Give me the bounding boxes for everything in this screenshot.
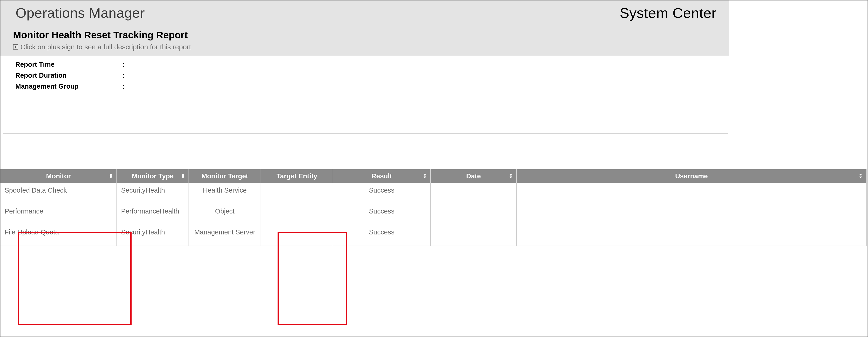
app-name-left: Operations Manager (16, 5, 145, 21)
cell-monitor: Spoofed Data Check (0, 183, 117, 204)
col-header-label: Date (466, 172, 481, 180)
cell-monitor-target: Management Server (189, 225, 261, 246)
sort-icon[interactable]: ⇕ (508, 173, 513, 179)
cell-result: Success (333, 204, 431, 225)
cell-username (517, 225, 866, 246)
col-header-date[interactable]: Date ⇕ (431, 169, 517, 183)
report-description-row: + Click on plus sign to see a full descr… (13, 43, 721, 51)
app-name-right: System Center (620, 5, 716, 21)
cell-monitor-type: SecurityHealth (117, 183, 189, 204)
meta-colon: : (122, 83, 127, 90)
report-title: Monitor Health Reset Tracking Report (13, 30, 721, 41)
col-header-monitor[interactable]: Monitor ⇕ (0, 169, 117, 183)
table-header-row: Monitor ⇕ Monitor Type ⇕ Monitor Target … (0, 169, 866, 183)
col-header-label: Username (675, 172, 708, 180)
meta-row-report-duration: Report Duration : (16, 72, 852, 79)
divider (3, 133, 728, 134)
col-header-username[interactable]: Username ⇕ (517, 169, 866, 183)
meta-colon: : (122, 72, 127, 79)
cell-monitor: Performance (0, 204, 117, 225)
cell-target-entity (261, 204, 333, 225)
cell-date (431, 225, 517, 246)
table-row: Spoofed Data Check SecurityHealth Health… (0, 183, 866, 204)
banner-sub: Monitor Health Reset Tracking Report + C… (0, 23, 729, 56)
meta-row-mgmt-group: Management Group : (16, 83, 852, 90)
sort-icon[interactable]: ⇕ (858, 173, 863, 179)
sort-icon[interactable]: ⇕ (181, 173, 185, 179)
col-header-label: Monitor Type (132, 172, 174, 180)
cell-monitor-target: Object (189, 204, 261, 225)
cell-username (517, 183, 866, 204)
cell-result: Success (333, 183, 431, 204)
cell-result: Success (333, 225, 431, 246)
meta-colon: : (122, 61, 127, 68)
col-header-label: Monitor (46, 172, 71, 180)
col-header-label: Result (371, 172, 392, 180)
cell-target-entity (261, 225, 333, 246)
meta-row-report-time: Report Time : (16, 61, 852, 68)
sort-icon[interactable]: ⇕ (108, 173, 113, 179)
sort-icon[interactable]: ⇕ (423, 173, 427, 179)
meta-label-mgmt-group: Management Group (16, 83, 122, 90)
col-header-monitor-target[interactable]: Monitor Target (189, 169, 261, 183)
col-header-monitor-type[interactable]: Monitor Type ⇕ (117, 169, 189, 183)
col-header-result[interactable]: Result ⇕ (333, 169, 431, 183)
cell-monitor: File Upload Quota (0, 225, 117, 246)
expand-plus-icon[interactable]: + (13, 44, 18, 50)
col-header-label: Target Entity (276, 172, 317, 180)
cell-date (431, 204, 517, 225)
data-table: Monitor ⇕ Monitor Type ⇕ Monitor Target … (0, 169, 867, 246)
col-header-label: Monitor Target (202, 172, 248, 180)
meta-label-report-duration: Report Duration (16, 72, 122, 79)
report-meta: Report Time : Report Duration : Manageme… (0, 56, 868, 96)
report-description-hint: Click on plus sign to see a full descrip… (21, 43, 191, 51)
report-window: Operations Manager System Center Monitor… (0, 0, 868, 337)
cell-date (431, 183, 517, 204)
cell-username (517, 204, 866, 225)
cell-monitor-target: Health Service (189, 183, 261, 204)
table-row: File Upload Quota SecurityHealth Managem… (0, 225, 866, 246)
cell-monitor-type: SecurityHealth (117, 225, 189, 246)
meta-label-report-time: Report Time (16, 61, 122, 68)
cell-monitor-type: PerformanceHealth (117, 204, 189, 225)
col-header-target-entity[interactable]: Target Entity (261, 169, 333, 183)
data-table-wrap: Monitor ⇕ Monitor Type ⇕ Monitor Target … (0, 169, 866, 246)
report-banner: Operations Manager System Center Monitor… (0, 0, 729, 56)
banner-top: Operations Manager System Center (0, 0, 729, 23)
table-row: Performance PerformanceHealth Object Suc… (0, 204, 866, 225)
cell-target-entity (261, 183, 333, 204)
